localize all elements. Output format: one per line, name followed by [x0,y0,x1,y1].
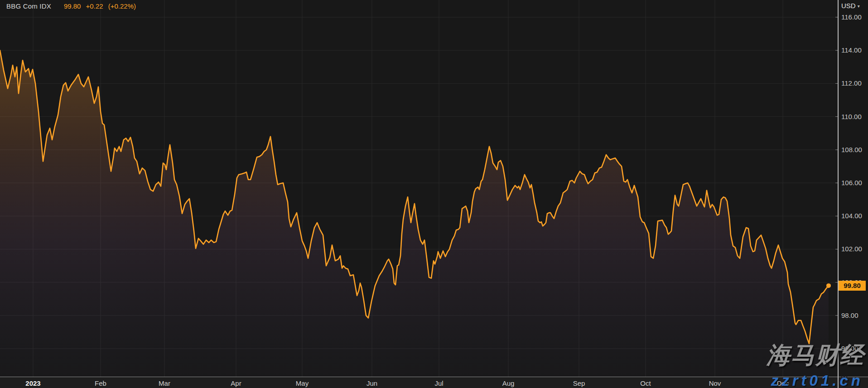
area-fill [0,50,829,377]
y-axis-label: 108.00 [841,146,868,153]
x-axis-label: Jun [354,379,390,387]
chart-header: BBG Com IDX 99.80 +0.22 (+0.22%) [6,2,139,10]
x-axis-label: Feb [82,379,119,387]
price-chart-canvas[interactable] [0,0,868,388]
x-axis-label: Aug [490,379,526,387]
currency-label: USD [841,2,856,10]
watermark-brand-text: 海马财经 [767,340,864,371]
quote-readout: 99.80 +0.22 (+0.22%) [64,2,139,10]
area-fill-path [0,50,829,377]
x-axis-label: Nov [697,379,733,387]
x-axis-label: Jul [421,379,457,387]
price-change-pct: (+0.22%) [108,2,136,10]
y-axis-label: 106.00 [841,179,868,187]
x-axis-label: 2023 [15,379,51,387]
chevron-down-icon: ▾ [858,4,860,9]
y-axis-label: 102.00 [841,245,868,253]
watermark-url-text: zzrt01.cn [771,372,863,388]
x-axis-label: May [284,379,320,387]
last-price: 99.80 [64,2,81,10]
x-axis-label: Mar [146,379,183,387]
currency-dropdown[interactable]: USD ▾ [841,2,860,10]
axis-separator [838,0,839,388]
y-axis-label: 112.00 [841,79,868,87]
price-change: +0.22 [86,2,103,10]
last-point-dot [826,283,831,288]
y-axis-label: 98.00 [841,311,868,319]
instrument-title: BBG Com IDX [6,2,51,10]
y-axis-label: 114.00 [841,46,868,54]
y-axis-label: 116.00 [841,13,868,21]
x-axis-label: Sep [561,379,597,387]
chart-window: BBG Com IDX 99.80 +0.22 (+0.22%) USD ▾ 1… [0,0,868,388]
y-axis-label: 110.00 [841,113,868,120]
last-price-badge: 99.80 [839,281,866,291]
x-axis-label: Oct [627,379,664,387]
y-axis-label: 104.00 [841,212,868,220]
x-axis-label: Apr [218,379,254,387]
